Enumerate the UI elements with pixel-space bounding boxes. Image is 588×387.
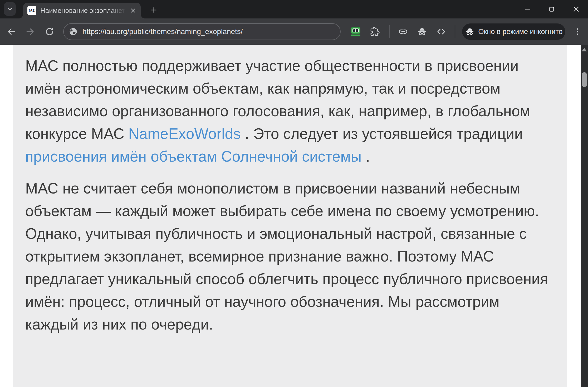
new-tab-button[interactable]	[148, 4, 160, 16]
page-scrollbar[interactable]	[581, 45, 588, 387]
browser-toolbar: https://iau.org/public/themes/naming_exo…	[0, 18, 588, 45]
paragraph-1-text: .	[361, 148, 370, 165]
tab-close-button[interactable]	[130, 7, 136, 14]
page-viewport: МАС полностью поддерживает участие общес…	[0, 45, 581, 387]
paragraph-1-text: . Это следует из устоявшейся традиции	[241, 125, 523, 142]
chevron-down-icon	[6, 5, 14, 13]
close-icon	[130, 7, 136, 14]
scrollbar-thumb[interactable]	[582, 72, 587, 87]
forward-button[interactable]	[24, 26, 36, 37]
back-button[interactable]	[6, 26, 17, 37]
maximize-icon	[548, 6, 555, 13]
browser-menu-button[interactable]	[572, 26, 583, 37]
chain-link-icon	[398, 27, 408, 37]
link-nameexoworlds[interactable]: NameExoWorlds	[128, 125, 241, 142]
incognito-badge-label: Окно в режиме инкогнито	[478, 28, 562, 36]
site-favicon: IAU	[27, 6, 36, 15]
three-dots-icon	[573, 27, 582, 36]
incognito-hat-icon	[465, 27, 475, 37]
browser-tab[interactable]: IAU Наименование экзопланет | М	[23, 3, 141, 18]
arrow-left-icon	[6, 27, 16, 37]
close-icon	[572, 6, 580, 13]
password-manager-extension-icon[interactable]	[350, 26, 361, 37]
tab-search-button[interactable]	[4, 2, 16, 16]
scroll-up-arrow-icon[interactable]	[582, 48, 587, 51]
window-minimize-button[interactable]	[521, 3, 534, 16]
reload-button[interactable]	[44, 26, 55, 37]
titlebar: IAU Наименование экзопланет | М	[0, 0, 588, 18]
extensions-button[interactable]	[369, 26, 381, 37]
link-solar-system-naming[interactable]: присвоения имён объектам Солнечной систе…	[25, 148, 361, 165]
code-brackets-icon	[436, 27, 446, 37]
paragraph-2: МАС не считает себя монополистом в присв…	[25, 177, 554, 336]
minimize-icon	[524, 6, 531, 13]
article-content: МАС полностью поддерживает участие общес…	[13, 45, 567, 387]
browser-window: IAU Наименование экзопланет | М	[0, 0, 588, 387]
window-maximize-button[interactable]	[545, 3, 558, 16]
incognito-hat-icon	[417, 26, 427, 37]
toolbar-divider	[389, 25, 390, 38]
url-text[interactable]: https://iau.org/public/themes/naming_exo…	[82, 27, 243, 36]
paragraph-1: МАС полностью поддерживает участие общес…	[25, 54, 554, 168]
refresh-icon	[45, 27, 55, 37]
plus-icon	[150, 6, 158, 14]
globe-icon[interactable]	[68, 27, 78, 36]
puzzle-piece-icon	[370, 27, 380, 36]
arrow-right-icon	[25, 27, 35, 37]
green-robot-icon	[351, 27, 360, 36]
window-close-button[interactable]	[570, 3, 582, 16]
devtools-button[interactable]	[435, 26, 447, 37]
tab-title: Наименование экзопланет | М	[40, 7, 128, 15]
incognito-indicator-button[interactable]	[416, 26, 428, 37]
copy-link-button[interactable]	[397, 26, 409, 37]
incognito-badge: Окно в режиме инкогнито	[462, 23, 565, 40]
toolbar-divider	[455, 25, 455, 38]
address-bar[interactable]: https://iau.org/public/themes/naming_exo…	[63, 23, 341, 40]
